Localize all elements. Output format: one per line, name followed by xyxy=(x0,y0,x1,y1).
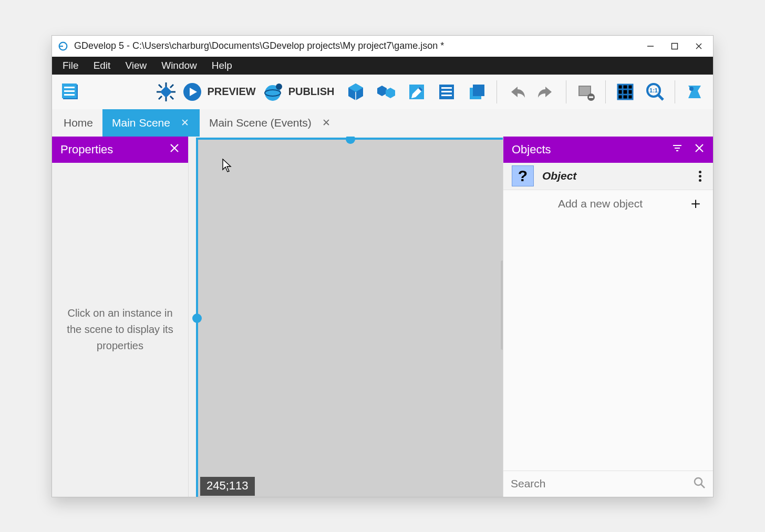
objects-search-input[interactable] xyxy=(511,477,689,490)
svg-rect-19 xyxy=(441,95,452,96)
properties-panel-header: Properties xyxy=(52,137,188,163)
plus-icon: ＋ xyxy=(688,193,704,214)
svg-rect-25 xyxy=(589,96,593,98)
object-name-label: Object xyxy=(542,170,687,182)
redo-button[interactable] xyxy=(533,78,561,106)
window-minimize-button[interactable] xyxy=(638,36,663,57)
close-icon[interactable] xyxy=(694,143,705,157)
svg-rect-0 xyxy=(672,43,678,49)
tabstrip: Home Main Scene ✕ Main Scene (Events) ✕ xyxy=(52,109,713,137)
preview-label: PREVIEW xyxy=(207,86,255,98)
objects-search-row xyxy=(503,471,713,497)
cursor-coordinates: 245;113 xyxy=(200,477,255,496)
app-icon xyxy=(57,40,69,52)
settings-button[interactable] xyxy=(680,78,709,106)
scene-canvas[interactable]: 245;113 xyxy=(196,138,503,497)
publish-button[interactable]: PUBLISH xyxy=(263,81,340,102)
toolbar-separator xyxy=(605,80,606,103)
project-manager-button[interactable] xyxy=(56,78,85,106)
window-title: GDevelop 5 - C:\Users\charburg\Documents… xyxy=(74,40,638,51)
svg-text:1:1: 1:1 xyxy=(650,87,658,93)
object-editor-button[interactable] xyxy=(342,78,370,106)
object-groups-button[interactable] xyxy=(372,78,400,106)
layers-editor-button[interactable] xyxy=(463,78,491,106)
undo-button[interactable] xyxy=(502,78,531,106)
debugger-button[interactable] xyxy=(152,78,180,106)
svg-point-28 xyxy=(689,87,694,91)
tab-scene-label: Main Scene xyxy=(112,117,170,129)
scrollbar[interactable] xyxy=(501,260,503,350)
menu-edit[interactable]: Edit xyxy=(86,58,118,74)
window-maximize-button[interactable] xyxy=(663,36,687,57)
window-close-button[interactable] xyxy=(687,36,711,57)
add-object-button[interactable]: Add a new object ＋ xyxy=(503,190,713,217)
properties-panel-title: Properties xyxy=(60,143,113,157)
tab-events-label: Main Scene (Events) xyxy=(209,117,312,129)
svg-point-14 xyxy=(276,84,282,90)
scene-canvas-area[interactable]: 245;113 xyxy=(189,137,503,497)
menu-file[interactable]: File xyxy=(55,58,86,74)
tab-main-scene-events[interactable]: Main Scene (Events) ✕ xyxy=(200,109,341,137)
close-icon[interactable]: ✕ xyxy=(321,117,332,129)
svg-rect-21 xyxy=(473,85,484,96)
toolbar-separator xyxy=(566,80,566,103)
svg-rect-10 xyxy=(160,86,172,98)
toggle-mask-button[interactable] xyxy=(572,78,600,106)
objects-empty-space xyxy=(503,217,713,471)
instances-list-button[interactable] xyxy=(432,78,461,106)
resize-handle-left[interactable] xyxy=(192,314,202,323)
close-icon[interactable] xyxy=(169,143,180,157)
object-thumbnail: ? xyxy=(512,165,534,186)
resize-handle-top[interactable] xyxy=(346,137,355,144)
close-icon[interactable]: ✕ xyxy=(180,117,190,129)
tab-home[interactable]: Home xyxy=(54,109,102,137)
svg-rect-8 xyxy=(64,90,75,92)
add-object-label: Add a new object xyxy=(513,197,688,210)
objects-panel: Objects ? Object Add a new object ＋ xyxy=(503,137,713,497)
toggle-grid-button[interactable] xyxy=(611,78,639,106)
properties-panel: Properties Click on an instance in the s… xyxy=(52,137,189,497)
kebab-menu-icon[interactable] xyxy=(696,168,705,185)
object-list-item[interactable]: ? Object xyxy=(503,163,713,190)
publish-label: PUBLISH xyxy=(288,86,335,98)
main-area: Properties Click on an instance in the s… xyxy=(52,137,713,497)
cursor-icon xyxy=(222,159,232,172)
svg-rect-9 xyxy=(64,94,75,96)
svg-rect-7 xyxy=(64,87,75,88)
search-icon[interactable] xyxy=(693,476,706,492)
toolbar-separator xyxy=(675,80,675,103)
app-window: GDevelop 5 - C:\Users\charburg\Documents… xyxy=(51,35,714,497)
menu-view[interactable]: View xyxy=(118,58,154,74)
svg-rect-23 xyxy=(580,87,590,95)
menu-help[interactable]: Help xyxy=(204,58,240,74)
svg-rect-18 xyxy=(441,91,452,92)
svg-rect-17 xyxy=(441,87,452,89)
tab-home-label: Home xyxy=(64,117,93,129)
menubar: File Edit View Window Help xyxy=(52,57,713,75)
svg-point-29 xyxy=(695,478,702,485)
properties-empty-hint: Click on an instance in the scene to dis… xyxy=(52,163,188,497)
objects-panel-title: Objects xyxy=(512,143,551,157)
tab-main-scene[interactable]: Main Scene ✕ xyxy=(102,109,200,137)
menu-window[interactable]: Window xyxy=(154,58,204,74)
toolbar-separator xyxy=(497,80,497,103)
preview-button[interactable]: PREVIEW xyxy=(182,81,261,102)
titlebar: GDevelop 5 - C:\Users\charburg\Documents… xyxy=(52,36,713,57)
properties-editor-button[interactable] xyxy=(402,78,431,106)
zoom-reset-button[interactable]: 1:1 xyxy=(642,78,670,106)
objects-panel-header: Objects xyxy=(503,137,713,163)
filter-icon[interactable] xyxy=(672,143,683,157)
toolbar: PREVIEW PUBLISH xyxy=(52,75,713,109)
